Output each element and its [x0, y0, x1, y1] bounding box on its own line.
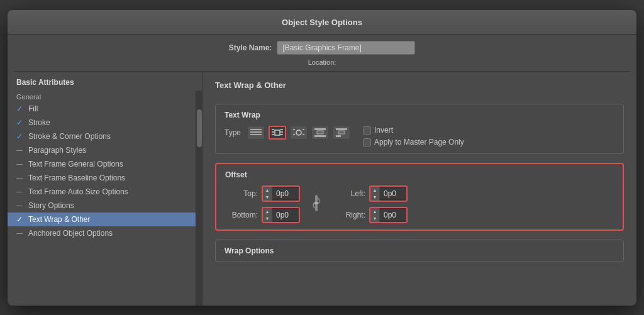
sidebar-item-story-options[interactable]: — Story Options — [8, 199, 196, 213]
invert-row[interactable]: Invert — [363, 126, 464, 135]
sidebar-group-label: General — [8, 91, 196, 102]
svg-point-10 — [296, 130, 301, 135]
top-spinner-down[interactable]: ▼ — [263, 194, 272, 201]
sidebar-label-paragraph: Paragraph Styles — [28, 146, 86, 155]
right-spinner-up[interactable]: ▲ — [370, 208, 379, 215]
type-label: Type — [225, 128, 241, 137]
sidebar-item-text-wrap[interactable]: ✓ Text Wrap & Other — [8, 213, 196, 226]
invert-checkbox[interactable] — [363, 126, 371, 135]
bottom-label: Bottom: — [225, 211, 258, 219]
svg-rect-19 — [338, 131, 345, 134]
sidebar-item-stroke[interactable]: ✓ Stroke — [8, 116, 196, 130]
wrap-options-section: Wrap Options — [215, 240, 624, 262]
apply-master-checkbox[interactable] — [363, 138, 371, 146]
svg-rect-18 — [336, 128, 347, 130]
check-icon-textwrap: ✓ — [16, 215, 25, 224]
bottom-spinners: ▲ ▼ — [263, 208, 272, 222]
bottom-value: 0p0 — [272, 209, 299, 221]
sidebar-item-text-frame-baseline[interactable]: — Text Frame Baseline Options — [8, 171, 196, 185]
style-name-label: Style Name: — [229, 43, 272, 52]
svg-rect-6 — [272, 131, 274, 133]
sidebar-item-stroke-corner[interactable]: ✓ Stroke & Corner Options — [8, 130, 196, 143]
svg-rect-16 — [317, 131, 323, 134]
right-input[interactable]: ▲ ▼ 0p0 — [369, 207, 408, 223]
svg-rect-8 — [272, 134, 274, 135]
svg-rect-21 — [315, 195, 318, 202]
style-name-input[interactable] — [277, 41, 415, 55]
bottom-spinner-up[interactable]: ▲ — [263, 208, 272, 215]
sidebar-label-tfautosize: Text Frame Auto Size Options — [28, 187, 128, 196]
svg-rect-7 — [280, 131, 283, 133]
offset-grid: Top: ▲ ▼ 0p0 Bottom: — [225, 185, 614, 223]
svg-rect-12 — [303, 129, 304, 130]
left-row: Left: ▲ ▼ 0p0 — [333, 185, 408, 202]
right-panel: Text Wrap & Other Text Wrap Type — [203, 72, 636, 306]
sidebar-label-story: Story Options — [28, 201, 74, 210]
sidebar-item-text-frame-autosize[interactable]: — Text Frame Auto Size Options — [8, 185, 196, 199]
sidebar-item-fill[interactable]: ✓ Fill — [8, 102, 196, 116]
left-spinner-up[interactable]: ▲ — [370, 187, 379, 194]
sidebar-scroll-thumb[interactable] — [197, 109, 202, 147]
svg-rect-0 — [250, 129, 262, 130]
svg-rect-3 — [275, 130, 280, 135]
offset-section: Offset Top: ▲ ▼ 0p0 — [215, 163, 624, 231]
left-spinner-down[interactable]: ▼ — [370, 194, 379, 201]
sidebar-label-textwrap: Text Wrap & Other — [28, 215, 90, 224]
top-label: Top: — [225, 189, 258, 198]
text-wrap-section: Text Wrap Type — [215, 104, 624, 154]
dash-icon-tfbaseline: — — [16, 174, 25, 181]
panel-section-title: Text Wrap & Other — [215, 80, 624, 90]
svg-rect-15 — [314, 128, 326, 130]
left-spinners: ▲ ▼ — [370, 187, 380, 201]
link-icon[interactable] — [310, 194, 323, 214]
dialog: Object Style Options Style Name: Locatio… — [8, 10, 636, 306]
offset-col-right: Left: ▲ ▼ 0p0 Right: — [333, 185, 408, 223]
svg-rect-9 — [280, 134, 283, 135]
left-label: Left: — [333, 189, 365, 198]
svg-rect-13 — [293, 134, 295, 135]
svg-rect-14 — [303, 134, 304, 135]
sidebar-label-tfgeneral: Text Frame General Options — [28, 160, 123, 169]
sidebar-item-paragraph-styles[interactable]: — Paragraph Styles — [8, 143, 196, 157]
type-row: Type — [225, 126, 350, 140]
left-input[interactable]: ▲ ▼ 0p0 — [369, 185, 408, 202]
right-spinners: ▲ ▼ — [370, 208, 380, 222]
top-value: 0p0 — [272, 188, 299, 199]
sidebar-label-tfbaseline: Text Frame Baseline Options — [28, 174, 125, 182]
top-spinners: ▲ ▼ — [263, 187, 272, 201]
sidebar: Basic Attributes General ✓ Fill ✓ Stroke… — [8, 72, 203, 306]
type-btn-object[interactable] — [290, 126, 308, 140]
invert-label: Invert — [374, 126, 393, 135]
dash-icon-tfgeneral: — — [16, 160, 25, 167]
type-btn-next-column[interactable] — [333, 126, 350, 140]
sidebar-item-anchored-object[interactable]: — Anchored Object Options — [8, 226, 196, 240]
type-and-invert-row: Type — [225, 126, 614, 147]
right-panel-header: Text Wrap & Other — [215, 80, 624, 95]
type-btn-none[interactable] — [247, 126, 265, 140]
apply-master-row[interactable]: Apply to Master Page Only — [363, 138, 464, 146]
right-row: Right: ▲ ▼ 0p0 — [333, 207, 408, 223]
svg-rect-5 — [280, 129, 283, 130]
svg-rect-20 — [336, 135, 341, 137]
sidebar-label-stroke: Stroke — [28, 118, 50, 127]
type-btn-bounding[interactable] — [269, 126, 286, 140]
sidebar-item-text-frame-general[interactable]: — Text Frame General Options — [8, 157, 196, 171]
sidebar-scrollbar[interactable] — [196, 91, 202, 306]
svg-rect-23 — [314, 202, 318, 204]
top-spinner-up[interactable]: ▲ — [263, 187, 272, 194]
check-icon-fill: ✓ — [16, 104, 25, 113]
bottom-input[interactable]: ▲ ▼ 0p0 — [262, 207, 300, 223]
top-input[interactable]: ▲ ▼ 0p0 — [262, 185, 300, 202]
bottom-spinner-down[interactable]: ▼ — [263, 215, 272, 222]
dash-icon-paragraph: — — [16, 146, 25, 153]
type-btn-jump[interactable] — [311, 126, 329, 140]
right-spinner-down[interactable]: ▼ — [370, 215, 379, 222]
sidebar-header: Basic Attributes — [8, 72, 202, 91]
svg-rect-22 — [315, 204, 318, 211]
right-value: 0p0 — [380, 209, 406, 221]
svg-rect-1 — [250, 131, 262, 133]
sidebar-label-fill: Fill — [28, 104, 38, 113]
dialog-title: Object Style Options — [282, 18, 362, 27]
check-icon-stroke-corner: ✓ — [16, 132, 25, 141]
top-row: Top: ▲ ▼ 0p0 — [225, 185, 300, 202]
